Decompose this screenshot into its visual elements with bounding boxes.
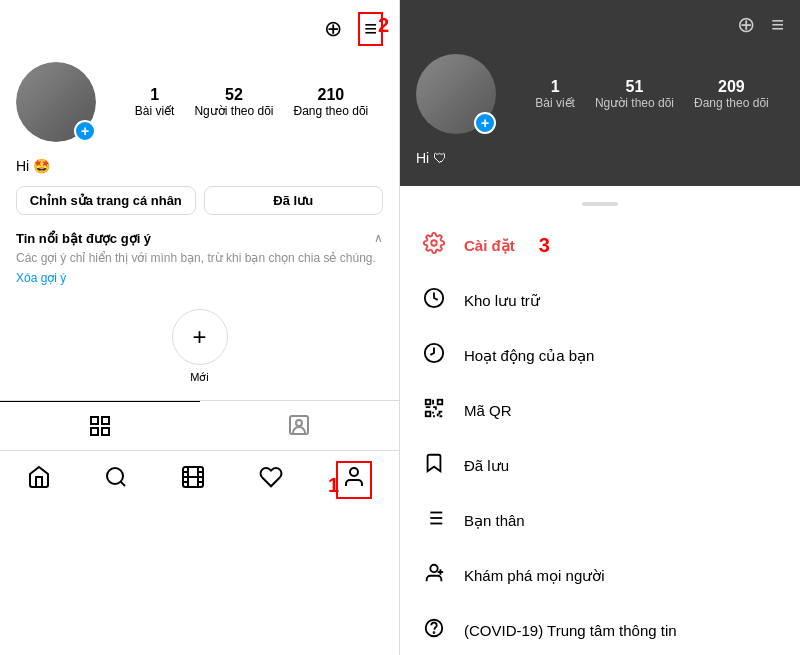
menu-item-activity[interactable]: Hoạt động của bạn (400, 328, 800, 383)
profile-greeting: Hi 🤩 (0, 158, 399, 178)
add-post-icon[interactable]: ⊕ (324, 16, 342, 42)
right-add-icon[interactable]: ⊕ (737, 12, 755, 38)
svg-rect-3 (102, 428, 109, 435)
nav-reels-icon[interactable] (181, 465, 205, 495)
new-post-section: + Mới (0, 293, 399, 392)
svg-point-6 (107, 468, 123, 484)
chevron-up-icon[interactable]: ∧ (374, 231, 383, 245)
menu-qr-label: Mã QR (464, 402, 512, 419)
svg-point-5 (296, 420, 302, 426)
right-stat-posts-num: 1 (551, 78, 560, 96)
stat-posts-label: Bài viết (135, 104, 175, 118)
suggestions-header: Tin nổi bật được gợi ý ∧ (16, 231, 383, 250)
right-stat-followers-label: Người theo dõi (595, 96, 674, 110)
right-stat-posts: 1 Bài viết (535, 78, 575, 110)
suggestions-title: Tin nổi bật được gợi ý (16, 231, 151, 246)
tab-grid[interactable] (0, 401, 200, 450)
clear-suggestions-link[interactable]: Xóa gợi ý (16, 271, 383, 285)
covid-icon (420, 617, 448, 644)
right-stat-followers: 51 Người theo dõi (595, 78, 674, 110)
menu-item-saved[interactable]: Đã lưu (400, 438, 800, 493)
svg-rect-1 (102, 417, 109, 424)
right-stat-following: 209 Đang theo dõi (694, 78, 769, 110)
svg-point-22 (430, 565, 437, 572)
svg-rect-15 (426, 412, 431, 417)
stat-followers: 52 Người theo dõi (194, 86, 273, 118)
right-stats-row: 1 Bài viết 51 Người theo dõi 209 Đang th… (520, 78, 784, 110)
stat-posts-num: 1 (150, 86, 159, 104)
nav-profile-icon[interactable] (336, 461, 372, 499)
svg-rect-2 (91, 428, 98, 435)
svg-point-9 (350, 468, 358, 476)
menu-item-archive[interactable]: Kho lưu trữ (400, 273, 800, 328)
menu-archive-label: Kho lưu trữ (464, 292, 540, 310)
tab-tagged[interactable] (200, 401, 400, 450)
edit-profile-button[interactable]: Chỉnh sửa trang cá nhân (16, 186, 196, 215)
right-header: ⊕ ≡ (400, 0, 800, 50)
svg-rect-0 (91, 417, 98, 424)
saved-icon (420, 452, 448, 479)
right-stat-posts-label: Bài viết (535, 96, 575, 110)
svg-rect-13 (426, 400, 431, 405)
menu-item-discover[interactable]: Khám phá mọi người (400, 548, 800, 603)
svg-point-26 (434, 632, 435, 633)
right-stat-following-num: 209 (718, 78, 745, 96)
stat-following-label: Đang theo dõi (294, 104, 369, 118)
right-profile-section: + 1 Bài viết 51 Người theo dõi 209 Đang … (400, 50, 800, 150)
stat-followers-label: Người theo dõi (194, 104, 273, 118)
right-stat-followers-num: 51 (626, 78, 644, 96)
stat-following-num: 210 (318, 86, 345, 104)
nav-search-icon[interactable] (104, 465, 128, 495)
menu-item-besties[interactable]: Bạn thân (400, 493, 800, 548)
suggestions-desc: Các gợi ý chỉ hiển thị với mình bạn, trừ… (16, 250, 383, 267)
right-dimmed-bg: ⊕ ≡ + 1 Bài viết 51 Người theo dõi 209 (400, 0, 800, 186)
menu-covid-label: (COVID-19) Trung tâm thông tin (464, 622, 677, 639)
settings-icon (420, 232, 448, 259)
bottom-nav: 1 (0, 450, 399, 509)
right-stat-following-label: Đang theo dõi (694, 96, 769, 110)
menu-item-covid[interactable]: (COVID-19) Trung tâm thông tin (400, 603, 800, 655)
stat-posts: 1 Bài viết (135, 86, 175, 118)
svg-rect-14 (438, 400, 443, 405)
new-post-button[interactable]: + (172, 309, 228, 365)
stat-followers-num: 52 (225, 86, 243, 104)
suggestions-section: Tin nổi bật được gợi ý ∧ Các gợi ý chỉ h… (0, 223, 399, 293)
right-avatar-add[interactable]: + (474, 112, 496, 134)
step2-label: 2 (378, 14, 389, 37)
menu-activity-label: Hoạt động của bạn (464, 347, 594, 365)
menu-saved-label: Đã lưu (464, 457, 509, 475)
new-post-label: Mới (190, 371, 209, 384)
qr-icon (420, 397, 448, 424)
right-profile-greeting: Hi 🛡 (400, 150, 800, 170)
discover-icon (420, 562, 448, 589)
stats-row: 1 Bài viết 52 Người theo dõi 210 Đang th… (120, 86, 383, 118)
nav-heart-icon[interactable] (259, 465, 283, 495)
profile-buttons: Chỉnh sửa trang cá nhân Đã lưu (0, 178, 399, 223)
archive-icon (420, 287, 448, 314)
menu-besties-label: Bạn thân (464, 512, 525, 530)
stat-following: 210 Đang theo dõi (294, 86, 369, 118)
menu-settings-label: Cài đặt (464, 237, 515, 255)
slide-menu: Cài đặt 3 Kho lưu trữ Hoạt động của bạn (400, 186, 800, 655)
svg-point-10 (431, 240, 437, 246)
right-menu-icon[interactable]: ≡ (771, 12, 784, 38)
menu-item-qr[interactable]: Mã QR (400, 383, 800, 438)
left-panel: ⊕ ≡ 2 + 1 Bài viết 52 Người theo dõi 210… (0, 0, 400, 655)
right-panel: ⊕ ≡ + 1 Bài viết 51 Người theo dõi 209 (400, 0, 800, 655)
slide-handle (582, 202, 618, 206)
avatar-add-button[interactable]: + (74, 120, 96, 142)
svg-line-7 (121, 481, 125, 485)
saved-button[interactable]: Đã lưu (204, 186, 384, 215)
profile-section: + 1 Bài viết 52 Người theo dõi 210 Đang … (0, 58, 399, 158)
profile-tabs (0, 400, 399, 450)
avatar-wrap: + (16, 62, 96, 142)
menu-discover-label: Khám phá mọi người (464, 567, 605, 585)
step3-label: 3 (539, 234, 550, 257)
step1-label: 1 (328, 474, 339, 497)
menu-item-settings[interactable]: Cài đặt 3 (400, 218, 800, 273)
nav-home-icon[interactable] (27, 465, 51, 495)
besties-icon (420, 507, 448, 534)
activity-icon (420, 342, 448, 369)
left-header: ⊕ ≡ 2 (0, 0, 399, 58)
